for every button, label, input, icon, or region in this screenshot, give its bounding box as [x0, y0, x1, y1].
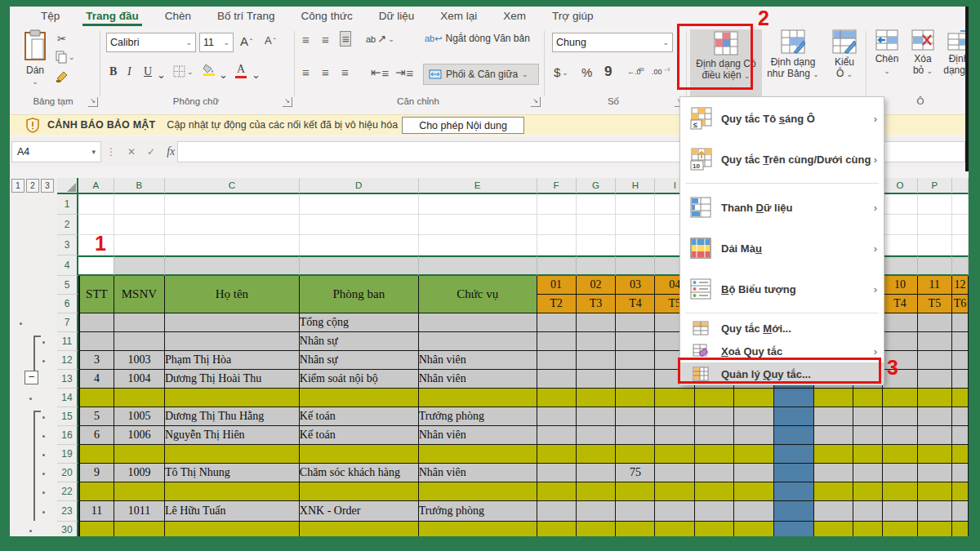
cell-Q4[interactable]: [952, 256, 969, 276]
tab-view[interactable]: Xem: [490, 8, 539, 26]
cell-L14[interactable]: [774, 389, 814, 407]
cell-Q15[interactable]: [952, 407, 969, 426]
tab-data[interactable]: Dữ liệu: [366, 8, 428, 26]
cell-I23[interactable]: [655, 501, 695, 522]
align-left-button[interactable]: ≡: [302, 65, 309, 79]
col-header-D[interactable]: D: [300, 178, 419, 194]
cell-F1[interactable]: [537, 194, 577, 215]
cell-P7[interactable]: [918, 313, 952, 332]
cell-C22[interactable]: [165, 482, 300, 501]
cell-B14[interactable]: [114, 389, 165, 407]
cell-B16[interactable]: 1006: [114, 426, 165, 445]
cell-Q22[interactable]: [952, 482, 969, 501]
table-header-E[interactable]: Chức vụ: [419, 276, 537, 313]
cell-A14[interactable]: [78, 389, 114, 407]
cell-K16[interactable]: [734, 426, 774, 445]
format-as-table-button[interactable]: Định dạng như Bảng ⌄: [766, 29, 820, 80]
cell-O30[interactable]: [883, 522, 918, 536]
cell-C1[interactable]: [165, 194, 300, 215]
cell-J22[interactable]: [695, 482, 734, 501]
tab-file[interactable]: Tệp: [28, 8, 73, 26]
underline-button[interactable]: U: [144, 65, 152, 78]
cell-A4[interactable]: [78, 256, 114, 276]
day-name-header[interactable]: T4: [616, 295, 655, 313]
cell-A7[interactable]: [78, 313, 114, 332]
cell-E3[interactable]: [419, 235, 537, 256]
cell-Q23[interactable]: [952, 501, 969, 522]
top-align-button[interactable]: ≡: [302, 33, 309, 47]
cell-D19[interactable]: [300, 445, 419, 464]
cell-F2[interactable]: [537, 215, 577, 235]
col-header-Q[interactable]: [952, 178, 969, 194]
cell-Q2[interactable]: [952, 215, 969, 235]
day-name-header[interactable]: T4: [883, 295, 918, 313]
menu-item-highlight-cells-rules[interactable]: ≤ Quy tắc Tô sáng Ô ›: [680, 98, 884, 139]
cell-B20[interactable]: 1009: [114, 464, 165, 482]
cell-styles-button[interactable]: Kiểu Ô ⌄: [826, 29, 862, 80]
row-header-14[interactable]: 14: [57, 389, 78, 407]
cell-A11[interactable]: [78, 332, 114, 351]
cell-F20[interactable]: [537, 464, 577, 482]
cell-O20[interactable]: [883, 464, 918, 482]
day-name-header[interactable]: T3: [577, 295, 617, 313]
cell-F4[interactable]: [537, 256, 577, 276]
cell-J20[interactable]: [695, 464, 734, 482]
cell-H4[interactable]: [616, 256, 655, 276]
cell-N30[interactable]: [853, 522, 883, 536]
col-header-C[interactable]: C: [165, 178, 300, 194]
cell-N23[interactable]: [853, 501, 883, 522]
table-header-D[interactable]: Phòng ban: [300, 276, 419, 313]
cell-G20[interactable]: [577, 464, 617, 482]
cell-E2[interactable]: [419, 215, 537, 235]
cell-E13[interactable]: Nhân viên: [419, 370, 537, 389]
row-header-2[interactable]: 2: [57, 215, 78, 235]
cell-B22[interactable]: [114, 482, 165, 501]
row-header-15[interactable]: 15: [57, 407, 78, 426]
col-header-E[interactable]: E: [419, 178, 537, 194]
day-number-header[interactable]: 01: [537, 276, 577, 295]
cell-E11[interactable]: [419, 332, 537, 351]
cell-E20[interactable]: Nhân viên: [419, 464, 537, 482]
cell-L19[interactable]: [774, 445, 814, 464]
cell-G11[interactable]: [577, 332, 617, 351]
cell-G2[interactable]: [577, 215, 617, 235]
tab-home[interactable]: Trang đầu: [73, 8, 152, 26]
cell-B12[interactable]: 1003: [114, 351, 165, 370]
table-header-B[interactable]: MSNV: [114, 276, 165, 313]
cell-G1[interactable]: [577, 194, 617, 215]
day-number-header[interactable]: 02: [577, 276, 617, 295]
col-header-P[interactable]: P: [918, 178, 952, 194]
cell-J16[interactable]: [695, 426, 734, 445]
cell-D4[interactable]: [300, 256, 419, 276]
align-right-button[interactable]: ≡: [341, 65, 348, 79]
shrink-font-button[interactable]: Aˇ: [265, 34, 276, 47]
cell-F3[interactable]: [537, 235, 577, 256]
cell-J30[interactable]: [695, 522, 734, 536]
tab-help[interactable]: Trợ giúp: [539, 8, 606, 26]
cell-O15[interactable]: [883, 407, 918, 426]
collapse-group-button[interactable]: −: [24, 371, 38, 384]
cell-D14[interactable]: [300, 389, 419, 407]
col-header-O[interactable]: O: [883, 178, 918, 194]
wrap-text-button[interactable]: ab↩ Ngắt dòng Văn bản: [425, 33, 530, 44]
cell-G13[interactable]: [577, 370, 617, 389]
cell-I20[interactable]: [655, 464, 695, 482]
cell-E16[interactable]: Nhân viên: [419, 426, 537, 445]
cell-P2[interactable]: [918, 215, 952, 235]
cell-G4[interactable]: [577, 256, 617, 276]
cell-Q12[interactable]: [952, 351, 969, 370]
menu-item-color-scales[interactable]: Dải Màu ›: [680, 228, 884, 269]
font-dialog-launcher[interactable]: ↘: [283, 97, 292, 107]
italic-button[interactable]: I: [127, 65, 131, 78]
cell-M15[interactable]: [814, 407, 853, 426]
cell-L30[interactable]: [774, 522, 814, 536]
cell-C12[interactable]: Phạm Thị Hòa: [165, 351, 300, 370]
cell-H22[interactable]: [616, 482, 655, 501]
cell-D12[interactable]: Nhân sự: [300, 351, 419, 370]
cell-D1[interactable]: [300, 194, 419, 215]
cell-F12[interactable]: [537, 351, 577, 370]
cell-A16[interactable]: 6: [78, 426, 114, 445]
cell-P23[interactable]: [918, 501, 952, 522]
cell-P14[interactable]: [918, 389, 952, 407]
cut-button[interactable]: ✂: [57, 33, 66, 45]
